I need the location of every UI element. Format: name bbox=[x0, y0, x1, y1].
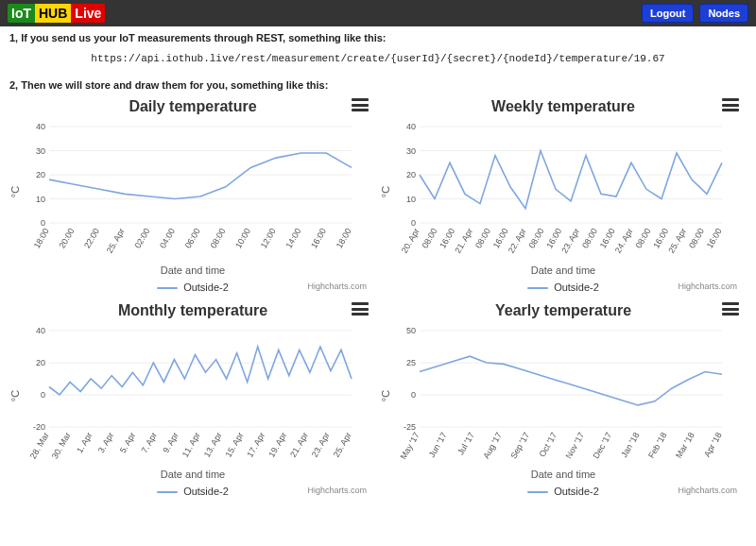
svg-text:0: 0 bbox=[411, 390, 416, 400]
api-url: https://api.iothub.live/rest/measurement… bbox=[0, 49, 756, 74]
svg-text:19. Apr: 19. Apr bbox=[266, 431, 288, 459]
svg-text:20. Apr: 20. Apr bbox=[400, 227, 421, 255]
svg-text:0: 0 bbox=[411, 218, 416, 228]
svg-text:17. Apr: 17. Apr bbox=[245, 431, 266, 459]
topbar: IoT HUB Live Logout Nodes bbox=[0, 0, 756, 26]
svg-text:Oct '17: Oct '17 bbox=[537, 431, 558, 458]
svg-text:14:00: 14:00 bbox=[284, 227, 303, 250]
legend-swatch bbox=[527, 491, 548, 493]
chart-credit: Highcharts.com bbox=[307, 486, 367, 495]
chart-title: Yearly temperature bbox=[495, 302, 631, 318]
svg-text:16:00: 16:00 bbox=[651, 227, 670, 250]
svg-text:9. Apr: 9. Apr bbox=[161, 431, 180, 454]
y-axis-label: °C bbox=[380, 186, 391, 197]
svg-text:08:00: 08:00 bbox=[580, 227, 599, 250]
svg-text:10: 10 bbox=[406, 195, 416, 204]
svg-text:20: 20 bbox=[36, 170, 45, 179]
x-axis-label: Date and time bbox=[11, 469, 374, 480]
svg-text:Dec '17: Dec '17 bbox=[592, 431, 614, 460]
nodes-button[interactable]: Nodes bbox=[699, 4, 748, 23]
legend-label: Outside-2 bbox=[183, 486, 229, 497]
chart-credit: Highcharts.com bbox=[307, 282, 367, 291]
svg-text:-20: -20 bbox=[33, 422, 45, 432]
chart-credit: Highcharts.com bbox=[678, 486, 737, 495]
svg-text:16:00: 16:00 bbox=[309, 227, 328, 250]
svg-text:21. Apr: 21. Apr bbox=[288, 431, 310, 459]
svg-text:0: 0 bbox=[41, 218, 45, 228]
svg-text:7. Apr: 7. Apr bbox=[140, 431, 159, 454]
svg-text:28. Mar: 28. Mar bbox=[28, 431, 51, 460]
svg-text:Apr '18: Apr '18 bbox=[702, 431, 724, 458]
svg-text:06:00: 06:00 bbox=[183, 227, 202, 250]
x-axis-label: Date and time bbox=[382, 469, 745, 480]
svg-text:08:00: 08:00 bbox=[634, 227, 653, 250]
svg-text:24. Apr: 24. Apr bbox=[613, 227, 635, 255]
svg-text:04:00: 04:00 bbox=[158, 227, 177, 250]
svg-text:Feb '18: Feb '18 bbox=[646, 431, 669, 460]
svg-text:40: 40 bbox=[36, 122, 45, 131]
svg-text:50: 50 bbox=[406, 326, 416, 335]
svg-text:30: 30 bbox=[406, 146, 416, 156]
svg-text:20:00: 20:00 bbox=[58, 227, 77, 250]
svg-text:22:00: 22:00 bbox=[82, 227, 101, 250]
chart-title: Monthly temperature bbox=[118, 302, 267, 318]
svg-text:0: 0 bbox=[41, 390, 45, 400]
svg-text:11. Apr: 11. Apr bbox=[180, 431, 202, 459]
x-axis-label: Date and time bbox=[382, 264, 745, 276]
intro-line-1: 1, If you send us your IoT measurements … bbox=[0, 26, 756, 49]
svg-text:40: 40 bbox=[406, 122, 416, 131]
svg-text:20: 20 bbox=[406, 170, 416, 179]
charts-grid: Daily temperature °C 01020304018:0020:00… bbox=[0, 96, 756, 506]
topbar-buttons: Logout Nodes bbox=[642, 4, 748, 23]
svg-text:Aug '17: Aug '17 bbox=[481, 431, 504, 460]
logout-button[interactable]: Logout bbox=[642, 4, 694, 23]
svg-text:02:00: 02:00 bbox=[133, 227, 152, 250]
chart-yearly: Yearly temperature °C -2502550May '17Jun… bbox=[382, 300, 745, 497]
chart-menu-icon[interactable] bbox=[352, 302, 369, 316]
svg-text:23. Apr: 23. Apr bbox=[559, 227, 581, 255]
logo: IoT HUB Live bbox=[8, 4, 105, 23]
svg-text:08:00: 08:00 bbox=[421, 227, 439, 250]
svg-text:Nov '17: Nov '17 bbox=[563, 431, 586, 460]
y-axis-label: °C bbox=[9, 390, 21, 401]
chart-menu-icon[interactable] bbox=[722, 98, 739, 111]
svg-text:08:00: 08:00 bbox=[209, 227, 228, 250]
y-axis-label: °C bbox=[9, 186, 21, 197]
svg-text:13. Apr: 13. Apr bbox=[202, 431, 224, 459]
svg-text:08:00: 08:00 bbox=[687, 227, 706, 250]
legend-swatch bbox=[527, 287, 548, 289]
chart-plot: °C 01020304020. Apr08:0016:0021. Apr08:0… bbox=[382, 121, 745, 263]
svg-text:18:00: 18:00 bbox=[32, 227, 51, 250]
svg-text:Jun '17: Jun '17 bbox=[427, 431, 449, 459]
svg-text:23. Apr: 23. Apr bbox=[310, 431, 332, 459]
chart-monthly: Monthly temperature °C -200204028. Mar30… bbox=[11, 300, 374, 497]
svg-text:20: 20 bbox=[36, 358, 45, 367]
x-axis-label: Date and time bbox=[11, 264, 374, 276]
chart-plot: °C 01020304018:0020:0022:0025. Apr02:000… bbox=[11, 121, 374, 263]
svg-text:-25: -25 bbox=[404, 422, 416, 432]
chart-title: Weekly temperature bbox=[491, 98, 635, 114]
svg-text:12:00: 12:00 bbox=[259, 227, 278, 250]
svg-text:Jan '18: Jan '18 bbox=[619, 431, 641, 459]
svg-text:15. Apr: 15. Apr bbox=[224, 431, 246, 459]
legend-label: Outside-2 bbox=[554, 282, 599, 293]
svg-text:30: 30 bbox=[36, 146, 45, 156]
svg-text:5. Apr: 5. Apr bbox=[118, 431, 137, 454]
legend-label: Outside-2 bbox=[554, 486, 599, 497]
svg-text:3. Apr: 3. Apr bbox=[96, 431, 115, 454]
svg-text:10: 10 bbox=[36, 195, 45, 204]
svg-text:40: 40 bbox=[36, 326, 45, 335]
y-axis-label: °C bbox=[380, 390, 391, 401]
legend-label: Outside-2 bbox=[183, 282, 229, 293]
svg-text:08:00: 08:00 bbox=[527, 227, 546, 250]
intro-line-2: 2, Then we will store and draw them for … bbox=[0, 74, 756, 96]
chart-menu-icon[interactable] bbox=[722, 302, 739, 316]
svg-text:25. Apr: 25. Apr bbox=[332, 431, 353, 459]
svg-text:Mar '18: Mar '18 bbox=[674, 431, 696, 460]
svg-text:21. Apr: 21. Apr bbox=[453, 227, 474, 255]
svg-text:30. Mar: 30. Mar bbox=[50, 431, 73, 460]
chart-menu-icon[interactable] bbox=[352, 98, 369, 111]
svg-text:Jul '17: Jul '17 bbox=[455, 431, 476, 456]
svg-text:1. Apr: 1. Apr bbox=[75, 431, 94, 454]
svg-text:25: 25 bbox=[406, 358, 416, 367]
